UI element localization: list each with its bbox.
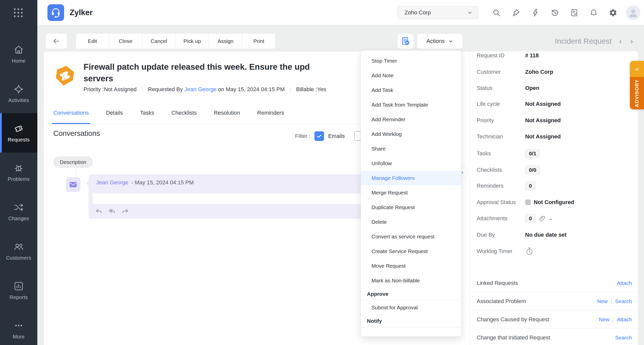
change-that-initiated-request-search-link[interactable]: Search: [615, 335, 632, 341]
quick-add-icon[interactable]: [509, 6, 522, 19]
sidebar-item-reports[interactable]: Reports: [0, 271, 37, 310]
request-summary-button[interactable]: [397, 33, 414, 49]
people-icon: [13, 241, 24, 252]
view-switcher-label[interactable]: Incident Request: [555, 37, 612, 45]
tab-resolution[interactable]: Resolution: [214, 108, 240, 124]
menu-item-add-note[interactable]: Add Note: [361, 68, 461, 83]
field-value: Not Assigned: [525, 101, 561, 107]
field-priority: PriorityNot Assigned: [477, 112, 632, 129]
notifications-bell-icon[interactable]: [587, 6, 600, 19]
sidebar-item-customers[interactable]: Customers: [0, 231, 37, 271]
survey-icon[interactable]: [568, 6, 581, 19]
menu-item-move-request[interactable]: Move Request: [361, 259, 461, 273]
ellipsis-icon: [13, 320, 24, 331]
menu-item-add-reminder[interactable]: Add Reminder: [361, 112, 461, 127]
requester-link[interactable]: Jean George: [184, 86, 217, 92]
sidebar-item-requests[interactable]: Requests: [0, 113, 37, 153]
menu-item-share[interactable]: Share: [361, 141, 461, 156]
field-value: Not Assigned: [525, 117, 561, 124]
count-badge[interactable]: 0: [525, 181, 536, 190]
changes-caused-by-request-attach-link[interactable]: Attach: [617, 316, 632, 323]
paperclip-icon[interactable]: [539, 215, 546, 222]
edit-button[interactable]: Edit: [76, 33, 109, 49]
zia-flash-icon[interactable]: [529, 6, 542, 19]
menu-item-duplicate-request[interactable]: Duplicate Request: [361, 200, 461, 215]
menu-item-create-service-request[interactable]: Create Service Request: [361, 244, 461, 259]
cancel-button[interactable]: Cancel: [142, 33, 176, 49]
reply-all-icon[interactable]: [108, 207, 116, 215]
document-return-icon: [401, 36, 410, 46]
associated-problem-search-link[interactable]: Search: [615, 298, 632, 304]
app-logo[interactable]: [47, 4, 64, 21]
chevron-down-icon[interactable]: ⌄: [549, 216, 553, 221]
section-associated-problem: Associated ProblemNew|Search: [470, 292, 638, 310]
emails-filter-checkbox[interactable]: [314, 131, 324, 141]
advisory-collapse-icon[interactable]: «: [630, 61, 644, 77]
email-timestamp: May 15, 2024 04:15 PM: [135, 179, 194, 186]
back-arrow-icon: [52, 37, 61, 45]
pick-up-button[interactable]: Pick up: [176, 33, 209, 49]
conversation-filter: Filter : Emails: [295, 131, 345, 141]
org-selector[interactable]: Zoho Corp: [397, 6, 478, 19]
back-button[interactable]: [45, 33, 67, 49]
tab-checklists[interactable]: Checklists: [171, 108, 197, 124]
print-button[interactable]: Print: [242, 33, 276, 49]
apps-grid-icon[interactable]: [13, 7, 24, 18]
sidebar-item-more[interactable]: More: [0, 310, 37, 345]
ticket-icon: [13, 123, 24, 134]
sidebar-item-home[interactable]: Home: [0, 34, 37, 74]
menu-item-submit-for-approval[interactable]: Submit for Approval: [361, 300, 461, 315]
email-sender-link[interactable]: Jean George: [96, 179, 128, 186]
menu-item-unfollow[interactable]: Unfollow: [361, 156, 461, 171]
count-badge[interactable]: 0/0: [525, 165, 540, 175]
topbar: Zylker Zoho Corp: [37, 0, 644, 25]
associated-problem-new-link[interactable]: New: [597, 298, 608, 304]
next-record-icon[interactable]: ›: [629, 37, 634, 45]
menu-item-manage-followers[interactable]: Manage Followers: [361, 171, 461, 185]
sidebar-item-problems[interactable]: Problems: [0, 153, 37, 192]
email-header: Jean George - May 15, 2024 04:15 PM: [96, 179, 194, 186]
menu-item-delete[interactable]: Delete: [361, 215, 461, 229]
sidebar: HomeActivitiesRequestsProblemsChangesCus…: [0, 0, 37, 345]
settings-gear-icon[interactable]: [606, 6, 620, 19]
search-icon[interactable]: [490, 6, 503, 19]
field-value: No due date set: [525, 232, 567, 238]
count-badge[interactable]: 0/1: [525, 149, 540, 158]
tab-details[interactable]: Details: [106, 108, 123, 124]
chart-icon: [13, 281, 24, 291]
forward-icon[interactable]: [121, 207, 129, 215]
menu-item-merge-request[interactable]: Merge Request: [361, 185, 461, 200]
sidebar-item-changes[interactable]: Changes: [0, 192, 37, 231]
tab-tasks[interactable]: Tasks: [140, 108, 154, 124]
assign-button[interactable]: Assign: [209, 33, 242, 49]
priority-meta: Priority :: [84, 86, 104, 92]
user-avatar[interactable]: [626, 5, 640, 20]
menu-item-convert-as-service-request[interactable]: Convert as service request: [361, 229, 461, 244]
advisory-tab[interactable]: « ADVISORY: [630, 61, 644, 109]
field-tasks: Tasks0/1: [477, 145, 632, 162]
tab-conversations[interactable]: Conversations: [53, 108, 89, 124]
menu-item-add-task-from-template[interactable]: Add Task from Template: [361, 97, 461, 112]
field-request-id: Request ID# 118: [477, 47, 632, 64]
menu-item-add-task[interactable]: Add Task: [361, 83, 461, 97]
menu-item-add-worklog[interactable]: Add Worklog: [361, 127, 461, 141]
field-status: StatusOpen: [477, 80, 632, 96]
chevron-down-icon: [467, 10, 473, 15]
menu-item-clipped[interactable]: [361, 327, 461, 337]
menu-item-mark-as-non-billable[interactable]: Mark as Non-billable: [361, 273, 461, 288]
actions-dropdown-button[interactable]: Actions: [417, 33, 463, 49]
attachments-count-badge[interactable]: 0: [525, 214, 536, 223]
menu-item-stop-timer[interactable]: Stop Timer: [361, 54, 461, 68]
description-tag[interactable]: Description: [53, 156, 93, 168]
field-approval-status: Approval StatusNot Configured: [477, 194, 632, 210]
sidebar-item-activities[interactable]: Activities: [0, 74, 37, 113]
previous-record-icon[interactable]: ‹: [618, 37, 623, 45]
stopwatch-icon[interactable]: [525, 247, 534, 256]
reply-icon[interactable]: [95, 207, 103, 215]
approval-status-swatch: [525, 200, 531, 205]
linked-requests-attach-link[interactable]: Attach: [617, 280, 632, 286]
changes-caused-by-request-new-link[interactable]: New: [599, 316, 609, 323]
close-button[interactable]: Close: [109, 33, 142, 49]
history-icon[interactable]: [548, 6, 561, 19]
tab-reminders[interactable]: Reminders: [257, 108, 284, 124]
